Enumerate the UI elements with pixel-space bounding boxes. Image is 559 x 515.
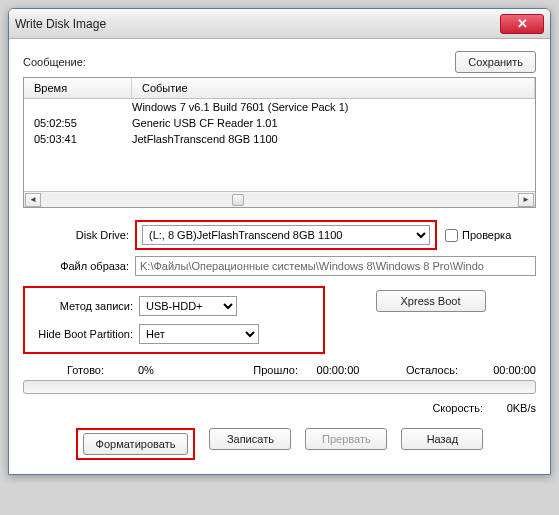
disk-drive-label: Disk Drive: <box>23 229 135 241</box>
verify-checkbox[interactable] <box>445 229 458 242</box>
close-button[interactable]: ✕ <box>500 14 544 34</box>
xpress-boot-button[interactable]: Xpress Boot <box>376 290 486 312</box>
image-file-label: Файл образа: <box>23 260 135 272</box>
log-col-time[interactable]: Время <box>24 78 132 98</box>
write-disk-image-window: Write Disk Image ✕ Сообщение: Сохранить … <box>8 8 551 475</box>
write-button[interactable]: Записать <box>209 428 291 450</box>
titlebar[interactable]: Write Disk Image ✕ <box>9 9 550 39</box>
remain-label: Осталось: <box>406 364 458 376</box>
format-highlight: Форматировать <box>76 428 196 460</box>
log-box: Время Событие Windows 7 v6.1 Build 7601 … <box>23 77 536 208</box>
speed-label: Скорость: <box>432 402 483 414</box>
log-cell-event: Generic USB CF Reader 1.01 <box>132 117 535 129</box>
log-header: Время Событие <box>24 78 535 99</box>
progress-bar <box>23 380 536 394</box>
write-method-select[interactable]: USB-HDD+ <box>139 296 237 316</box>
scroll-right-icon[interactable]: ► <box>518 193 534 207</box>
format-button[interactable]: Форматировать <box>83 433 189 455</box>
log-row[interactable]: 05:02:55 Generic USB CF Reader 1.01 <box>24 115 535 131</box>
log-cell-time <box>24 101 132 113</box>
verify-label: Проверка <box>462 229 511 241</box>
content-area: Сообщение: Сохранить Время Событие Windo… <box>9 39 550 474</box>
log-row[interactable]: 05:03:41 JetFlashTranscend 8GB 1100 <box>24 131 535 147</box>
log-cell-event: JetFlashTranscend 8GB 1100 <box>132 133 535 145</box>
hide-partition-label: Hide Boot Partition: <box>33 328 139 340</box>
write-method-highlight: Метод записи: USB-HDD+ Hide Boot Partiti… <box>23 286 325 354</box>
log-col-event[interactable]: Событие <box>132 78 535 98</box>
log-cell-time: 05:03:41 <box>24 133 132 145</box>
ready-label: Готово: <box>67 364 104 376</box>
disk-drive-highlight: (L:, 8 GB)JetFlashTranscend 8GB 1100 <box>135 220 437 250</box>
log-cell-time: 05:02:55 <box>24 117 132 129</box>
back-button[interactable]: Назад <box>401 428 483 450</box>
disk-drive-select[interactable]: (L:, 8 GB)JetFlashTranscend 8GB 1100 <box>142 225 430 245</box>
scroll-left-icon[interactable]: ◄ <box>25 193 41 207</box>
scroll-thumb[interactable] <box>232 194 244 206</box>
elapsed-label: Прошло: <box>253 364 298 376</box>
save-button[interactable]: Сохранить <box>455 51 536 73</box>
log-body[interactable]: Windows 7 v6.1 Build 7601 (Service Pack … <box>24 99 535 191</box>
log-hscrollbar[interactable]: ◄ ► <box>24 191 535 207</box>
remain-value: 00:00:00 <box>493 364 536 376</box>
image-file-input[interactable] <box>135 256 536 276</box>
write-method-label: Метод записи: <box>33 300 139 312</box>
elapsed-value: 00:00:00 <box>317 364 360 376</box>
message-label: Сообщение: <box>23 56 455 68</box>
abort-button: Прервать <box>305 428 387 450</box>
speed-value: 0KB/s <box>486 402 536 414</box>
ready-value: 0% <box>138 364 154 376</box>
log-cell-event: Windows 7 v6.1 Build 7601 (Service Pack … <box>132 101 535 113</box>
close-icon: ✕ <box>517 16 528 31</box>
hide-partition-select[interactable]: Нет <box>139 324 259 344</box>
window-title: Write Disk Image <box>15 17 500 31</box>
scroll-track[interactable] <box>42 193 517 207</box>
log-row[interactable]: Windows 7 v6.1 Build 7601 (Service Pack … <box>24 99 535 115</box>
